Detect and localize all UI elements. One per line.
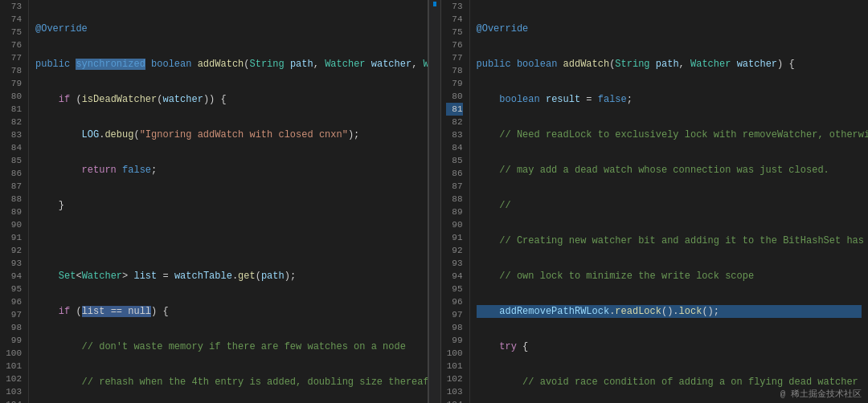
right-line-numbers: 73 74 75 76 77 78 79 80 81 82 83 84 85 8… xyxy=(441,0,470,403)
code-line: boolean result = false; xyxy=(477,93,862,106)
right-code-content: @Override public boolean addWatch(String… xyxy=(470,0,869,403)
code-line: // Creating new watcher bit and adding i… xyxy=(477,234,862,247)
code-line: try { xyxy=(477,340,862,353)
code-line: public boolean addWatch(String path, Wat… xyxy=(477,58,862,71)
code-line: @Override xyxy=(35,22,421,35)
code-line: Set<Watcher> list = watchTable.get(path)… xyxy=(35,270,421,283)
code-line: // don't waste memory if there are few w… xyxy=(35,340,421,353)
code-line: @Override xyxy=(477,22,862,35)
code-line: if (list == null) { xyxy=(35,305,421,318)
code-line: LOG.debug("Ignoring addWatch with closed… xyxy=(35,128,421,141)
code-line: // Need readLock to exclusively lock wit… xyxy=(477,128,862,141)
code-line: // xyxy=(477,199,862,212)
code-line: return false; xyxy=(35,164,421,177)
left-pane: 73 74 75 76 77 78 79 80 81 82 83 84 85 8… xyxy=(0,0,428,403)
code-line xyxy=(35,234,421,247)
code-line: // avoid race condition of adding a on f… xyxy=(477,376,862,389)
code-line: // rehash when the 4th entry is added, d… xyxy=(35,376,421,389)
code-line: // may add a dead watch whose connection… xyxy=(477,164,862,177)
left-code-content: @Override public synchronized boolean ad… xyxy=(29,0,428,403)
minimap-indicator xyxy=(433,2,436,6)
code-line: if (isDeadWatcher(watcher)) { xyxy=(35,93,421,106)
code-line-highlighted: addRemovePathRWLock.readLock().lock(); xyxy=(477,305,862,318)
code-line: // own lock to minimize the write lock s… xyxy=(477,270,862,283)
code-line: public synchronized boolean addWatch(Str… xyxy=(35,58,421,71)
code-line: } xyxy=(35,199,421,212)
left-line-numbers: 73 74 75 76 77 78 79 80 81 82 83 84 85 8… xyxy=(0,0,29,403)
right-pane: 73 74 75 76 77 78 79 80 81 82 83 84 85 8… xyxy=(441,0,869,403)
divider xyxy=(428,0,441,403)
watermark: @ 稀土掘金技术社区 xyxy=(780,388,862,400)
editor-container: 73 74 75 76 77 78 79 80 81 82 83 84 85 8… xyxy=(0,0,868,403)
